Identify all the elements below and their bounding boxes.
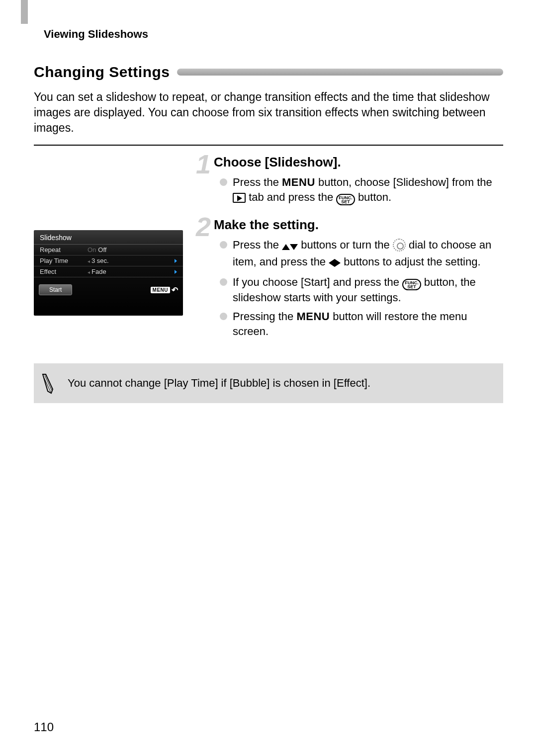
lcd-row-playtime: Play Time ◂3 sec. (34, 255, 183, 266)
lcd-value: ◂Fade (88, 268, 175, 275)
lcd-value: OnOff (88, 246, 177, 253)
note-text: You cannot change [Play Time] if [Bubble… (68, 377, 370, 390)
dial-icon (393, 239, 406, 252)
step-bullets: Press the MENU button, choose [Slideshow… (220, 175, 503, 205)
pencil-note-icon (39, 372, 57, 394)
divider (34, 145, 503, 146)
page-body: Viewing Slideshows Changing Settings You… (0, 0, 537, 403)
func-set-icon: FUNC.SET (402, 279, 421, 290)
lcd-title: Slideshow (34, 230, 183, 245)
step-number: 2 (196, 213, 211, 240)
func-set-icon: FUNC.SET (336, 194, 355, 205)
section-rule (177, 69, 504, 76)
menu-word-icon: MENU (282, 176, 315, 188)
lcd-label: Effect (40, 268, 88, 275)
bullet: If you choose [Start] and press the FUNC… (220, 275, 503, 305)
bullet: Press the MENU button, choose [Slideshow… (220, 175, 503, 205)
page-tab (21, 0, 28, 24)
back-arrow-icon: ↶ (172, 285, 178, 295)
chevron-right-icon (175, 259, 177, 263)
svg-line-1 (45, 375, 52, 390)
play-tab-icon (233, 193, 246, 203)
steps-column: 1 Choose [Slideshow]. Press the MENU but… (198, 155, 503, 350)
up-down-icon (282, 240, 298, 254)
chevron-right-icon (175, 270, 177, 274)
step-title: Make the setting. (214, 217, 503, 233)
menu-badge-icon: MENU (151, 287, 170, 293)
step-title: Choose [Slideshow]. (214, 155, 503, 170)
bullet: Press the buttons or turn the dial to ch… (220, 238, 503, 271)
step-bullets: Press the buttons or turn the dial to ch… (220, 238, 503, 338)
lcd-menu-back: MENU ↶ (151, 285, 178, 295)
step-2: 2 Make the setting. Press the buttons or… (198, 217, 503, 338)
section-heading-row: Changing Settings (34, 64, 503, 81)
page-number: 110 (34, 720, 54, 734)
intro-paragraph: You can set a slideshow to repeat, or ch… (34, 89, 503, 136)
step-number: 1 (196, 151, 211, 177)
lcd-row-repeat: Repeat OnOff (34, 245, 183, 255)
steps-area: Slideshow Repeat OnOff Play Time ◂3 sec.… (34, 155, 503, 350)
menu-word-icon: MENU (296, 310, 330, 323)
section-title: Changing Settings (34, 64, 170, 81)
lcd-label: Repeat (40, 246, 88, 253)
lcd-label: Play Time (40, 257, 88, 264)
lcd-value: ◂3 sec. (88, 257, 175, 264)
lcd-start-button: Start (39, 284, 72, 295)
left-right-icon (329, 256, 341, 271)
step-1: 1 Choose [Slideshow]. Press the MENU but… (198, 155, 503, 205)
camera-lcd-wrap: Slideshow Repeat OnOff Play Time ◂3 sec.… (34, 155, 183, 350)
lcd-row-effect: Effect ◂Fade (34, 266, 183, 277)
bullet: Pressing the MENU button will restore th… (220, 309, 503, 338)
camera-lcd: Slideshow Repeat OnOff Play Time ◂3 sec.… (34, 230, 183, 316)
breadcrumb: Viewing Slideshows (44, 28, 503, 41)
lcd-footer: Start MENU ↶ (34, 277, 183, 298)
note-box: You cannot change [Play Time] if [Bubble… (34, 363, 503, 403)
